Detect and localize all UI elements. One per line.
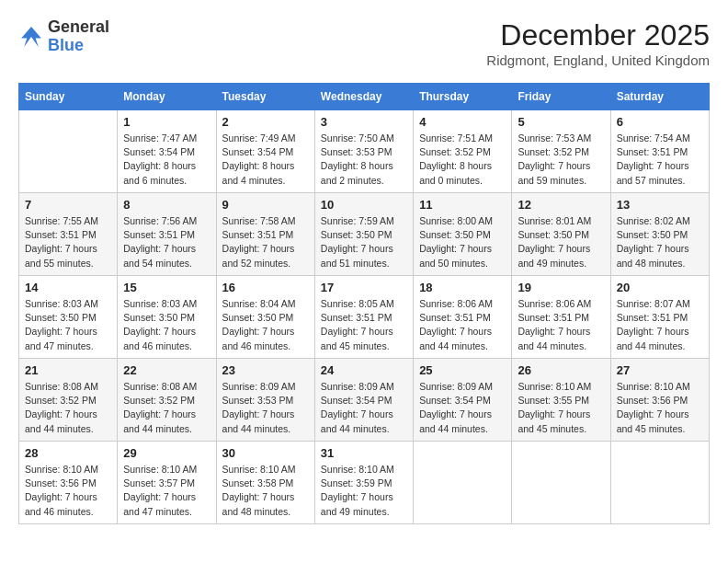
calendar-day-cell: 4Sunrise: 7:51 AMSunset: 3:52 PMDaylight… [414, 110, 512, 193]
day-number: 18 [419, 281, 506, 294]
calendar-day-cell: 17Sunrise: 8:05 AMSunset: 3:51 PMDayligh… [314, 276, 413, 359]
day-number: 28 [25, 446, 111, 460]
calendar-week-row: 21Sunrise: 8:08 AMSunset: 3:52 PMDayligh… [19, 359, 710, 442]
calendar-week-row: 7Sunrise: 7:55 AMSunset: 3:51 PMDaylight… [19, 193, 710, 276]
day-number: 6 [617, 115, 703, 129]
calendar-day-header: Thursday [414, 84, 512, 110]
day-number: 3 [321, 115, 407, 129]
day-info: Sunrise: 8:10 AMSunset: 3:57 PMDaylight:… [123, 463, 210, 519]
calendar-day-cell: 3Sunrise: 7:50 AMSunset: 3:53 PMDaylight… [314, 110, 413, 193]
day-info: Sunrise: 8:08 AMSunset: 3:52 PMDaylight:… [25, 380, 111, 436]
day-info: Sunrise: 8:08 AMSunset: 3:52 PMDaylight:… [123, 380, 210, 436]
day-info: Sunrise: 8:10 AMSunset: 3:58 PMDaylight:… [222, 463, 309, 519]
calendar-day-header: Sunday [19, 84, 118, 110]
day-number: 20 [617, 281, 703, 294]
svg-marker-0 [21, 27, 41, 47]
day-info: Sunrise: 8:10 AMSunset: 3:55 PMDaylight:… [518, 380, 604, 436]
day-number: 9 [222, 198, 309, 212]
day-number: 17 [321, 281, 407, 294]
day-number: 4 [419, 115, 506, 129]
day-info: Sunrise: 7:49 AMSunset: 3:54 PMDaylight:… [222, 132, 309, 188]
day-info: Sunrise: 8:04 AMSunset: 3:50 PMDaylight:… [222, 297, 309, 353]
calendar-day-cell [19, 110, 118, 193]
calendar-header-row: SundayMondayTuesdayWednesdayThursdayFrid… [19, 84, 710, 110]
calendar-day-cell: 22Sunrise: 8:08 AMSunset: 3:52 PMDayligh… [118, 359, 216, 442]
day-info: Sunrise: 8:06 AMSunset: 3:51 PMDaylight:… [518, 297, 604, 353]
calendar-day-cell: 9Sunrise: 7:58 AMSunset: 3:51 PMDaylight… [216, 193, 314, 276]
calendar-day-header: Wednesday [314, 84, 413, 110]
calendar-day-cell: 7Sunrise: 7:55 AMSunset: 3:51 PMDaylight… [19, 193, 118, 276]
calendar-day-cell: 26Sunrise: 8:10 AMSunset: 3:55 PMDayligh… [512, 359, 610, 442]
calendar-day-cell: 21Sunrise: 8:08 AMSunset: 3:52 PMDayligh… [19, 359, 118, 442]
calendar-day-cell [512, 442, 610, 524]
day-number: 19 [518, 281, 604, 294]
calendar-day-cell: 29Sunrise: 8:10 AMSunset: 3:57 PMDayligh… [118, 442, 216, 524]
calendar-day-cell: 6Sunrise: 7:54 AMSunset: 3:51 PMDaylight… [610, 110, 709, 193]
calendar-day-cell [610, 442, 709, 524]
day-number: 11 [419, 198, 506, 212]
location: Ridgmont, England, United Kingdom [486, 52, 710, 68]
calendar-day-cell: 27Sunrise: 8:10 AMSunset: 3:56 PMDayligh… [610, 359, 709, 442]
calendar-day-header: Tuesday [216, 84, 314, 110]
calendar-day-cell [414, 442, 512, 524]
calendar-day-cell: 15Sunrise: 8:03 AMSunset: 3:50 PMDayligh… [118, 276, 216, 359]
day-info: Sunrise: 8:10 AMSunset: 3:56 PMDaylight:… [617, 380, 703, 436]
calendar-day-cell: 12Sunrise: 8:01 AMSunset: 3:50 PMDayligh… [512, 193, 610, 276]
calendar-day-cell: 14Sunrise: 8:03 AMSunset: 3:50 PMDayligh… [19, 276, 118, 359]
day-number: 13 [617, 198, 703, 212]
day-number: 8 [123, 198, 210, 212]
day-number: 21 [25, 363, 111, 377]
day-info: Sunrise: 8:03 AMSunset: 3:50 PMDaylight:… [25, 297, 111, 353]
calendar-week-row: 14Sunrise: 8:03 AMSunset: 3:50 PMDayligh… [19, 276, 710, 359]
day-info: Sunrise: 8:10 AMSunset: 3:59 PMDaylight:… [321, 463, 407, 519]
day-number: 26 [518, 363, 604, 377]
logo-blue: Blue [48, 36, 84, 54]
day-info: Sunrise: 7:50 AMSunset: 3:53 PMDaylight:… [321, 132, 407, 188]
calendar-day-cell: 31Sunrise: 8:10 AMSunset: 3:59 PMDayligh… [314, 442, 413, 524]
day-info: Sunrise: 7:58 AMSunset: 3:51 PMDaylight:… [222, 214, 309, 270]
month-title: December 2025 [486, 18, 710, 52]
logo: General Blue [18, 18, 109, 55]
day-info: Sunrise: 7:56 AMSunset: 3:51 PMDaylight:… [123, 214, 210, 270]
day-info: Sunrise: 8:02 AMSunset: 3:50 PMDaylight:… [617, 214, 703, 270]
calendar-day-cell: 24Sunrise: 8:09 AMSunset: 3:54 PMDayligh… [314, 359, 413, 442]
day-info: Sunrise: 8:09 AMSunset: 3:54 PMDaylight:… [321, 380, 407, 436]
day-number: 15 [123, 281, 210, 294]
day-info: Sunrise: 8:10 AMSunset: 3:56 PMDaylight:… [25, 463, 111, 519]
calendar-day-cell: 1Sunrise: 7:47 AMSunset: 3:54 PMDaylight… [118, 110, 216, 193]
calendar-header: SundayMondayTuesdayWednesdayThursdayFrid… [19, 84, 710, 110]
day-info: Sunrise: 8:06 AMSunset: 3:51 PMDaylight:… [419, 297, 506, 353]
calendar-day-cell: 18Sunrise: 8:06 AMSunset: 3:51 PMDayligh… [414, 276, 512, 359]
calendar-day-cell: 10Sunrise: 7:59 AMSunset: 3:50 PMDayligh… [314, 193, 413, 276]
calendar-day-header: Monday [118, 84, 216, 110]
title-section: December 2025 Ridgmont, England, United … [486, 18, 710, 68]
day-info: Sunrise: 8:00 AMSunset: 3:50 PMDaylight:… [419, 214, 506, 270]
calendar-day-cell: 28Sunrise: 8:10 AMSunset: 3:56 PMDayligh… [19, 442, 118, 524]
day-number: 5 [518, 115, 604, 129]
day-info: Sunrise: 7:47 AMSunset: 3:54 PMDaylight:… [123, 132, 210, 188]
day-number: 25 [419, 363, 506, 377]
calendar-week-row: 28Sunrise: 8:10 AMSunset: 3:56 PMDayligh… [19, 442, 710, 524]
calendar-day-cell: 23Sunrise: 8:09 AMSunset: 3:53 PMDayligh… [216, 359, 314, 442]
day-number: 30 [222, 446, 309, 460]
calendar-day-header: Friday [512, 84, 610, 110]
logo-icon [18, 24, 44, 50]
day-info: Sunrise: 8:03 AMSunset: 3:50 PMDaylight:… [123, 297, 210, 353]
calendar-body: 1Sunrise: 7:47 AMSunset: 3:54 PMDaylight… [19, 110, 710, 524]
calendar-day-cell: 30Sunrise: 8:10 AMSunset: 3:58 PMDayligh… [216, 442, 314, 524]
day-number: 22 [123, 363, 210, 377]
calendar-day-cell: 8Sunrise: 7:56 AMSunset: 3:51 PMDaylight… [118, 193, 216, 276]
calendar-day-cell: 2Sunrise: 7:49 AMSunset: 3:54 PMDaylight… [216, 110, 314, 193]
logo-text: General Blue [48, 18, 109, 55]
day-number: 29 [123, 446, 210, 460]
day-number: 16 [222, 281, 309, 294]
day-info: Sunrise: 7:54 AMSunset: 3:51 PMDaylight:… [617, 132, 703, 188]
day-info: Sunrise: 7:53 AMSunset: 3:52 PMDaylight:… [518, 132, 604, 188]
day-info: Sunrise: 7:59 AMSunset: 3:50 PMDaylight:… [321, 214, 407, 270]
calendar-day-header: Saturday [610, 84, 709, 110]
day-number: 14 [25, 281, 111, 294]
calendar-day-cell: 11Sunrise: 8:00 AMSunset: 3:50 PMDayligh… [414, 193, 512, 276]
day-info: Sunrise: 8:07 AMSunset: 3:51 PMDaylight:… [617, 297, 703, 353]
calendar-day-cell: 19Sunrise: 8:06 AMSunset: 3:51 PMDayligh… [512, 276, 610, 359]
day-number: 10 [321, 198, 407, 212]
